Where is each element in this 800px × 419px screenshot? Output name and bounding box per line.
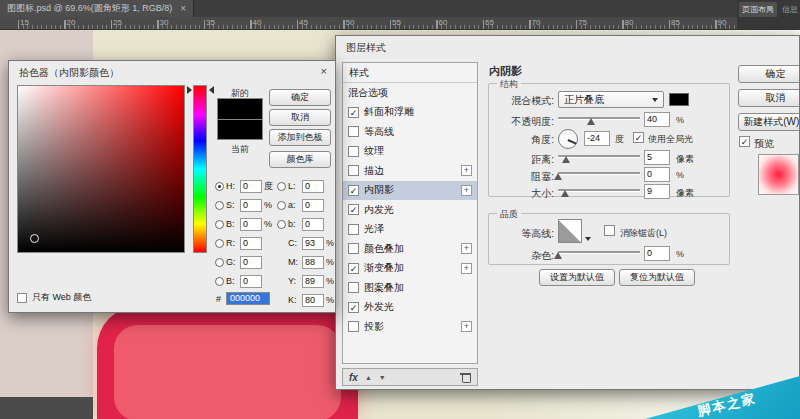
component-value-input[interactable]: 93 [302, 237, 324, 250]
saturation-brightness-field[interactable] [17, 85, 185, 253]
style-checkbox[interactable]: ✓ [348, 107, 359, 118]
style-item[interactable]: 图案叠加 [343, 278, 477, 298]
add-instance-icon[interactable]: + [461, 263, 472, 274]
component-value-input[interactable]: 0 [240, 199, 262, 212]
new-style-button[interactable]: 新建样式(W)... [738, 113, 800, 131]
component-value-input[interactable]: 89 [302, 275, 324, 288]
slider-thumb[interactable] [587, 118, 595, 125]
color-field-marker[interactable] [30, 234, 39, 243]
component-radio[interactable] [215, 201, 224, 210]
global-light-checkbox[interactable]: ✓ [633, 132, 644, 143]
color-component-row: B:0% [215, 217, 274, 231]
hue-slider[interactable] [193, 85, 207, 253]
style-checkbox[interactable] [348, 243, 359, 254]
component-value-input[interactable]: 0 [302, 199, 324, 212]
ruler-number: 75 [578, 18, 587, 27]
slider-thumb[interactable] [554, 252, 562, 259]
preview-checkbox[interactable]: ✓ [739, 136, 750, 147]
contour-picker[interactable] [558, 219, 582, 243]
style-item[interactable]: ✓内发光 [343, 200, 477, 220]
move-up-icon[interactable]: ▲ [365, 374, 372, 381]
panel-tab-info[interactable]: 信息 [779, 2, 800, 17]
add-to-swatches-button[interactable]: 添加到色板 [269, 129, 331, 146]
close-icon[interactable]: × [321, 65, 327, 77]
component-label: G: [226, 257, 238, 267]
noise-slider[interactable] [558, 248, 640, 259]
distance-label: 距离: [454, 153, 554, 167]
angle-dial[interactable] [558, 129, 578, 149]
style-checkbox[interactable]: ✓ [348, 302, 359, 313]
size-value[interactable]: 9 [644, 184, 670, 199]
component-value-input[interactable]: 0 [302, 180, 324, 193]
size-slider[interactable] [558, 186, 640, 197]
blend-mode-dropdown[interactable]: 正片叠底 [558, 91, 664, 108]
opacity-unit: % [676, 115, 684, 125]
delete-style-icon[interactable] [460, 372, 471, 383]
hue-slider-left-arrow-icon[interactable] [187, 86, 192, 94]
component-radio[interactable] [215, 182, 224, 191]
choke-value[interactable]: 0 [644, 167, 670, 182]
component-value-input[interactable]: 88 [302, 256, 324, 269]
angle-value[interactable]: -24 [584, 131, 610, 146]
style-preview-thumbnail [758, 154, 799, 195]
canvas-red-rounded-icon [97, 306, 358, 419]
horizontal-ruler[interactable]: 15202530354045505560657075808590 [0, 17, 737, 30]
noise-value[interactable]: 0 [644, 246, 670, 261]
component-value-input[interactable]: 0 [302, 218, 324, 231]
slider-thumb[interactable] [562, 156, 570, 163]
ok-button[interactable]: 确定 [738, 65, 800, 83]
style-checkbox[interactable] [348, 146, 359, 157]
contour-dropdown-icon[interactable] [585, 237, 591, 241]
color-libraries-button[interactable]: 颜色库 [269, 151, 331, 168]
component-value-input[interactable]: 0 [240, 180, 262, 193]
distance-value[interactable]: 5 [644, 150, 670, 165]
component-value-input[interactable]: 0 [240, 275, 262, 288]
style-checkbox[interactable] [348, 165, 359, 176]
component-value-input[interactable]: 0 [240, 256, 262, 269]
move-down-icon[interactable]: ▼ [379, 374, 386, 381]
anti-alias-checkbox[interactable] [604, 225, 615, 236]
slider-thumb[interactable] [561, 190, 569, 197]
cancel-button[interactable]: 取消 [269, 109, 331, 126]
component-radio[interactable] [277, 182, 286, 191]
style-checkbox[interactable] [348, 126, 359, 137]
component-radio[interactable] [215, 220, 224, 229]
style-item[interactable]: 投影+ [343, 317, 477, 337]
slider-thumb[interactable] [554, 173, 562, 180]
reset-default-button[interactable]: 复位为默认值 [619, 269, 695, 286]
current-color-swatch[interactable] [217, 119, 263, 140]
shadow-color-swatch[interactable] [669, 93, 689, 106]
style-checkbox[interactable] [348, 282, 359, 293]
document-tab[interactable]: 图图标.psd @ 69.6%(圆角矩形 1, RGB/8) × [0, 0, 194, 17]
choke-slider[interactable] [558, 169, 640, 180]
style-checkbox[interactable] [348, 224, 359, 235]
distance-slider[interactable] [558, 152, 640, 163]
style-checkbox[interactable]: ✓ [348, 185, 359, 196]
fx-icon[interactable]: fx [349, 372, 358, 383]
style-checkbox[interactable]: ✓ [348, 263, 359, 274]
style-checkbox[interactable]: ✓ [348, 204, 359, 215]
opacity-slider[interactable] [558, 114, 640, 125]
web-only-checkbox[interactable] [17, 293, 27, 303]
component-radio[interactable] [215, 258, 224, 267]
style-checkbox[interactable] [348, 321, 359, 332]
opacity-value[interactable]: 40 [644, 112, 670, 127]
component-radio[interactable] [277, 201, 286, 210]
style-item[interactable]: ✓外发光 [343, 298, 477, 318]
component-value-input[interactable]: 80 [302, 294, 324, 307]
hue-slider-right-arrow-icon[interactable] [209, 86, 214, 94]
component-radio[interactable] [277, 220, 286, 229]
add-instance-icon[interactable]: + [461, 321, 472, 332]
set-default-button[interactable]: 设置为默认值 [539, 269, 615, 286]
panel-tab-page-layout[interactable]: 页面布局 [739, 2, 777, 17]
ok-button[interactable]: 确定 [269, 89, 331, 106]
component-radio[interactable] [215, 277, 224, 286]
cancel-button[interactable]: 取消 [738, 89, 800, 107]
blend-mode-label: 混合模式: [454, 94, 554, 108]
component-value-input[interactable]: 0 [240, 237, 262, 250]
component-label: H: [226, 181, 238, 191]
hex-input[interactable]: 000000 [226, 292, 270, 305]
document-close-icon[interactable]: × [180, 3, 186, 14]
component-value-input[interactable]: 0 [240, 218, 262, 231]
component-radio[interactable] [215, 239, 224, 248]
